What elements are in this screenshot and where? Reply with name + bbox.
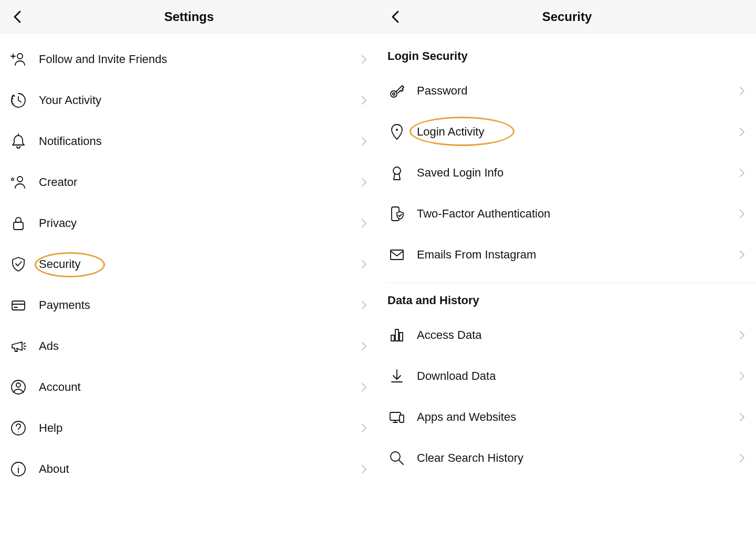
svg-rect-23 [400,415,404,422]
security-item-label: Login Activity [417,125,739,139]
security-item-clear-search[interactable]: Clear Search History [378,438,756,479]
svg-point-15 [396,129,398,131]
chevron-right-icon [739,453,746,463]
settings-item-label: Account [39,380,361,394]
chevron-right-icon [361,96,368,105]
svg-rect-6 [12,301,25,310]
settings-item-notifications[interactable]: Notifications [0,121,378,162]
settings-item-creator[interactable]: Creator [0,162,378,203]
back-button[interactable] [8,7,27,26]
svg-rect-18 [391,250,403,260]
security-item-two-factor[interactable]: Two-Factor Authentication [378,193,756,234]
svg-point-16 [393,167,401,174]
envelope-icon [387,245,417,264]
location-pin-icon [387,122,417,141]
chevron-right-icon [361,423,368,433]
settings-title: Settings [0,9,378,24]
chevron-right-icon [361,219,368,228]
shield-check-icon [9,255,39,273]
search-icon [387,449,417,468]
security-item-label: Password [417,84,739,98]
svg-rect-22 [390,412,401,420]
svg-point-24 [391,452,400,461]
chevron-left-icon [390,9,402,24]
settings-item-label: Security [39,257,361,271]
chevron-right-icon [739,250,746,260]
settings-item-payments[interactable]: Payments [0,285,378,326]
chevron-right-icon [739,209,746,219]
security-item-label: Clear Search History [417,451,739,465]
keyhole-icon [387,163,417,182]
chevron-right-icon [739,330,746,340]
svg-point-12 [18,465,19,467]
chevron-right-icon [739,127,746,137]
security-item-label: Saved Login Info [417,166,739,180]
chevron-right-icon [361,300,368,310]
svg-rect-19 [391,335,394,341]
svg-rect-20 [395,329,398,341]
account-icon [9,378,39,396]
security-item-login-activity[interactable]: Login Activity [378,111,756,152]
chevron-right-icon [739,412,746,422]
devices-icon [387,408,417,427]
svg-point-3 [13,104,14,105]
activity-icon [9,91,39,109]
settings-item-security[interactable]: Security [0,244,378,285]
lock-icon [9,214,39,232]
key-icon [387,81,417,100]
add-person-icon [9,50,39,68]
settings-item-about[interactable]: About [0,449,378,490]
settings-item-activity[interactable]: Your Activity [0,80,378,121]
settings-item-label: Your Activity [39,94,361,107]
bell-icon [9,132,39,150]
svg-point-1 [13,99,13,99]
security-header: Security [378,0,756,34]
help-icon [9,419,39,437]
security-item-access-data[interactable]: Access Data [378,315,756,356]
settings-item-follow-invite[interactable]: Follow and Invite Friends [0,39,378,80]
download-icon [387,367,417,386]
settings-item-ads[interactable]: Ads [0,326,378,367]
settings-list: Follow and Invite Friends Your Activity … [0,34,378,539]
chevron-right-icon [361,260,368,269]
bar-chart-icon [387,326,417,345]
section-login-security: Login Security [378,39,756,70]
settings-item-help[interactable]: Help [0,408,378,449]
chevron-right-icon [361,137,368,146]
section-data-history: Data and History [378,283,756,315]
chevron-right-icon [739,371,746,381]
security-item-label: Emails From Instagram [417,248,739,262]
svg-point-8 [16,383,20,387]
settings-item-privacy[interactable]: Privacy [0,203,378,244]
security-item-download-data[interactable]: Download Data [378,356,756,397]
chevron-right-icon [361,55,368,64]
security-item-label: Two-Factor Authentication [417,207,739,221]
card-icon [9,296,39,314]
settings-item-account[interactable]: Account [0,367,378,408]
security-item-apps-websites[interactable]: Apps and Websites [378,397,756,438]
svg-point-4 [17,177,23,182]
chevron-right-icon [739,168,746,178]
svg-rect-21 [400,333,403,341]
chevron-right-icon [361,464,368,474]
settings-header: Settings [0,0,378,34]
back-button[interactable] [386,7,405,26]
settings-item-label: Follow and Invite Friends [39,53,361,66]
settings-item-label: Ads [39,339,361,353]
security-item-saved-login[interactable]: Saved Login Info [378,152,756,193]
security-item-label: Apps and Websites [417,410,739,424]
chevron-right-icon [361,382,368,392]
svg-rect-5 [14,222,23,230]
security-item-label: Access Data [417,328,739,342]
svg-point-10 [18,431,19,432]
settings-item-label: Help [39,421,361,435]
chevron-right-icon [739,86,746,96]
svg-point-2 [12,101,13,102]
settings-item-label: Notifications [39,134,361,148]
settings-item-label: Creator [39,175,361,189]
security-item-emails[interactable]: Emails From Instagram [378,234,756,275]
settings-item-label: Payments [39,298,361,312]
security-item-password[interactable]: Password [378,70,756,111]
security-panel: Security Login Security Password Login A… [378,0,756,539]
chevron-left-icon [12,9,24,24]
